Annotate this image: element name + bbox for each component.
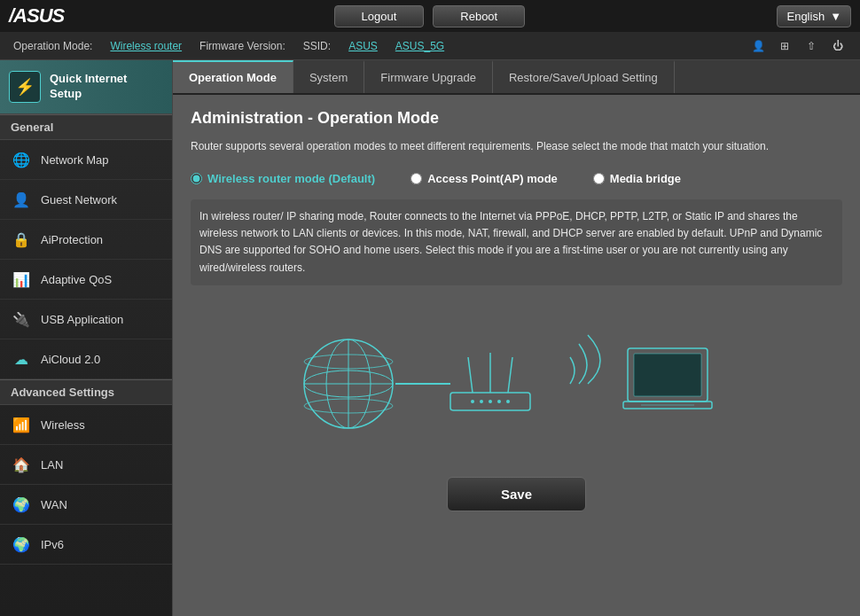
tab-restore-save[interactable]: Restore/Save/Upload Setting bbox=[493, 60, 675, 93]
sidebar-item-guest-network[interactable]: 👤 Guest Network bbox=[0, 180, 172, 220]
media-bridge-label: Media bridge bbox=[610, 172, 681, 185]
aiprotection-icon: 🔒 bbox=[11, 229, 32, 250]
guest-network-label: Guest Network bbox=[41, 193, 117, 207]
quick-setup-icon: ⚡ bbox=[9, 71, 41, 103]
ipv6-label: IPv6 bbox=[41, 538, 64, 551]
tab-system[interactable]: System bbox=[293, 60, 364, 93]
language-label: English bbox=[786, 10, 825, 23]
svg-point-11 bbox=[497, 400, 501, 403]
aiprotection-label: AiProtection bbox=[41, 233, 103, 246]
aicloud-icon: ☁ bbox=[11, 348, 32, 370]
page-title: Administration - Operation Mode bbox=[191, 109, 842, 128]
save-button[interactable]: Save bbox=[447, 477, 586, 511]
svg-point-10 bbox=[489, 400, 492, 403]
ipv6-icon: 🌍 bbox=[11, 534, 32, 555]
svg-point-12 bbox=[506, 400, 510, 403]
asus-logo: /ASUS bbox=[9, 4, 64, 27]
content-area: Operation Mode System Firmware Upgrade R… bbox=[173, 60, 860, 616]
quick-setup-label: Quick InternetSetup bbox=[50, 72, 127, 102]
radio-media-bridge-input[interactable] bbox=[593, 173, 605, 184]
advanced-section-header: Advanced Settings bbox=[0, 379, 172, 405]
sidebar: ⚡ Quick InternetSetup General 🌐 Network … bbox=[0, 60, 173, 616]
page-description: Router supports several operation modes … bbox=[191, 138, 842, 154]
router-group bbox=[450, 353, 530, 410]
main-layout: ⚡ Quick InternetSetup General 🌐 Network … bbox=[0, 60, 860, 616]
radio-access-point-input[interactable] bbox=[410, 173, 422, 184]
globe-group bbox=[304, 339, 393, 428]
radio-media-bridge[interactable]: Media bridge bbox=[593, 172, 681, 185]
tab-operation-mode[interactable]: Operation Mode bbox=[173, 60, 293, 93]
sidebar-item-adaptive-qos[interactable]: 📊 Adaptive QoS bbox=[0, 260, 172, 300]
operation-mode-value[interactable]: Wireless router bbox=[110, 40, 182, 52]
access-point-label: Access Point(AP) mode bbox=[427, 172, 558, 185]
page-content: Administration - Operation Mode Router s… bbox=[173, 95, 860, 616]
sidebar-item-usb-application[interactable]: 🔌 USB Application bbox=[0, 300, 172, 339]
top-bar: /ASUS Logout Reboot English ▼ bbox=[0, 0, 860, 32]
wifi-waves bbox=[570, 335, 600, 384]
network-diagram bbox=[191, 300, 842, 468]
tabs-bar: Operation Mode System Firmware Upgrade R… bbox=[173, 60, 860, 95]
radio-wireless-router-input[interactable] bbox=[191, 173, 202, 184]
status-icons: 👤 ⊞ ⇧ ⏻ bbox=[749, 37, 847, 55]
laptop-group bbox=[623, 348, 712, 409]
firmware-label: Firmware Version: bbox=[199, 40, 285, 52]
sidebar-item-aicloud[interactable]: ☁ AiCloud 2.0 bbox=[0, 339, 172, 379]
svg-rect-17 bbox=[634, 354, 701, 396]
network-map-icon: 🌐 bbox=[11, 149, 32, 170]
sidebar-item-ipv6[interactable]: 🌍 IPv6 bbox=[0, 525, 172, 565]
radio-options: Wireless router mode (Default) Access Po… bbox=[191, 172, 842, 185]
general-section-header: General bbox=[0, 114, 172, 140]
sidebar-item-aiprotection[interactable]: 🔒 AiProtection bbox=[0, 220, 172, 260]
wireless-router-label: Wireless router mode (Default) bbox=[207, 172, 375, 185]
reboot-button[interactable]: Reboot bbox=[433, 5, 525, 27]
sidebar-item-wan[interactable]: 🌍 WAN bbox=[0, 485, 172, 525]
wan-icon: 🌍 bbox=[11, 494, 32, 515]
svg-line-15 bbox=[508, 357, 512, 393]
chevron-down-icon: ▼ bbox=[830, 10, 841, 23]
power-icon: ⏻ bbox=[829, 37, 847, 55]
adaptive-qos-label: Adaptive QoS bbox=[41, 273, 112, 286]
wan-label: WAN bbox=[41, 498, 67, 511]
tab-firmware-upgrade[interactable]: Firmware Upgrade bbox=[364, 60, 493, 93]
ssid-label: SSID: bbox=[303, 40, 331, 52]
radio-wireless-router[interactable]: Wireless router mode (Default) bbox=[191, 172, 375, 185]
network-map-label: Network Map bbox=[41, 153, 109, 167]
quick-internet-setup[interactable]: ⚡ Quick InternetSetup bbox=[0, 60, 172, 114]
network-diagram-svg bbox=[295, 317, 739, 450]
radio-access-point[interactable]: Access Point(AP) mode bbox=[410, 172, 558, 185]
ssid-5g[interactable]: ASUS_5G bbox=[395, 40, 444, 52]
sidebar-item-wireless[interactable]: 📶 Wireless bbox=[0, 405, 172, 445]
wireless-label: Wireless bbox=[41, 418, 85, 432]
top-bar-buttons: Logout Reboot bbox=[82, 5, 777, 27]
guest-network-icon: 👤 bbox=[11, 189, 32, 210]
usb-application-label: USB Application bbox=[41, 313, 123, 326]
sidebar-item-lan[interactable]: 🏠 LAN bbox=[0, 445, 172, 485]
user-icon: 👤 bbox=[749, 37, 767, 55]
lan-icon: 🏠 bbox=[11, 454, 32, 475]
mode-description: In wireless router/ IP sharing mode, Rou… bbox=[191, 199, 842, 285]
copy-icon: ⊞ bbox=[776, 37, 794, 55]
svg-point-9 bbox=[480, 400, 483, 403]
svg-line-13 bbox=[468, 357, 473, 393]
logout-button[interactable]: Logout bbox=[334, 5, 425, 27]
svg-point-8 bbox=[471, 400, 474, 403]
wireless-icon: 📶 bbox=[11, 414, 32, 435]
adaptive-qos-icon: 📊 bbox=[11, 269, 32, 290]
status-bar: Operation Mode: Wireless router Firmware… bbox=[0, 32, 860, 60]
operation-mode-label: Operation Mode: bbox=[13, 40, 92, 52]
sidebar-item-network-map[interactable]: 🌐 Network Map bbox=[0, 140, 172, 180]
usb-application-icon: 🔌 bbox=[11, 308, 32, 330]
lan-label: LAN bbox=[41, 458, 63, 472]
save-section: Save bbox=[191, 468, 842, 520]
usb-icon: ⇧ bbox=[802, 37, 820, 55]
ssid-2g[interactable]: ASUS bbox=[348, 40, 378, 52]
language-selector[interactable]: English ▼ bbox=[777, 5, 851, 27]
aicloud-label: AiCloud 2.0 bbox=[41, 353, 100, 366]
